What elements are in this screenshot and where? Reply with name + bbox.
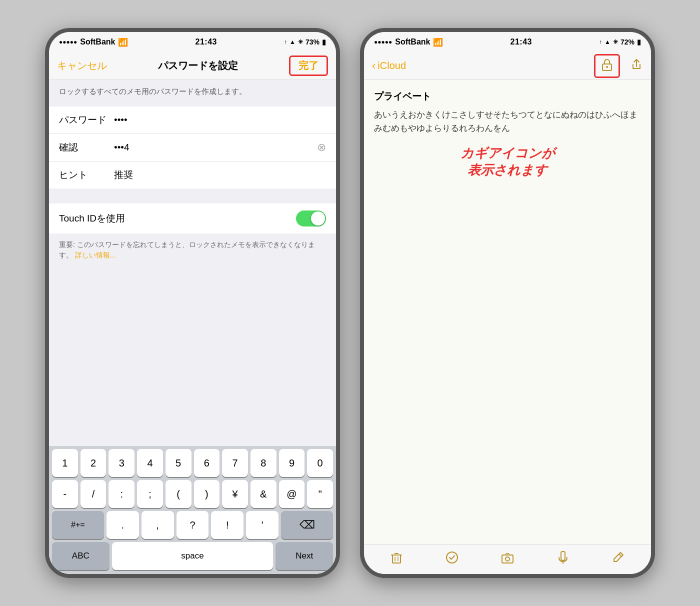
svg-point-1 <box>606 66 608 68</box>
back-button[interactable]: ‹ iCloud <box>372 60 406 72</box>
key-yen[interactable]: ¥ <box>222 480 248 508</box>
key-comma[interactable]: , <box>142 511 174 539</box>
password-value[interactable]: •••• <box>114 114 326 126</box>
key-at[interactable]: @ <box>279 480 305 508</box>
bluetooth-icon-left: ✳ <box>298 38 303 46</box>
password-label: パスワード <box>59 114 114 126</box>
key-4[interactable]: 4 <box>137 449 163 477</box>
confirm-row: 確認 •••4 ⊗ <box>49 134 336 162</box>
key-question[interactable]: ? <box>176 511 209 539</box>
key-5[interactable]: 5 <box>166 449 192 477</box>
svg-rect-4 <box>392 555 400 563</box>
key-lparen[interactable]: ( <box>166 480 192 508</box>
cancel-button[interactable]: キャンセル <box>57 59 107 72</box>
key-hashplus[interactable]: #+= <box>52 511 104 539</box>
key-amp[interactable]: & <box>250 480 276 508</box>
section-gap-1 <box>49 188 336 204</box>
key-2[interactable]: 2 <box>80 449 106 477</box>
page-title-left: パスワードを設定 <box>158 59 238 72</box>
hint-row: ヒント 推奨 <box>49 162 336 188</box>
touch-id-section: Touch IDを使用 <box>49 204 336 234</box>
note-title: プライベート <box>374 90 641 103</box>
key-space[interactable]: space <box>112 542 274 570</box>
mic-button[interactable] <box>556 550 570 568</box>
key-3[interactable]: 3 <box>108 449 134 477</box>
hint-value[interactable]: 推奨 <box>114 168 326 182</box>
svg-rect-10 <box>502 555 513 563</box>
compose-button[interactable] <box>612 550 626 568</box>
status-bar-left: ●●●●● SoftBank 📶 21:43 ↑ ▲ ✳ 73% ▮ <box>49 32 336 52</box>
carrier-left: SoftBank <box>80 38 115 46</box>
key-period[interactable]: . <box>106 511 139 539</box>
key-1[interactable]: 1 <box>52 449 78 477</box>
camera-button[interactable] <box>500 550 514 568</box>
annotation-area: カギアイコンが 表示されます <box>374 145 641 179</box>
battery-bar-left: ▮ <box>322 38 326 46</box>
wifi-icon-left: 📶 <box>118 38 128 47</box>
mic-icon <box>556 550 570 564</box>
touch-id-label: Touch IDを使用 <box>59 212 296 225</box>
lock-icon <box>600 58 614 72</box>
key-exclaim[interactable]: ! <box>211 511 244 539</box>
back-label: iCloud <box>378 60 406 72</box>
check-icon <box>445 550 459 564</box>
battery-right: 72% <box>620 38 634 46</box>
location-icon-left: ▲ <box>290 38 296 46</box>
key-abc[interactable]: ABC <box>52 542 110 570</box>
compose-icon <box>612 550 626 564</box>
key-next[interactable]: Next <box>276 542 333 570</box>
content-left: ロックするすべてのメモ用のパスワードを作成します。 パスワード •••• 確認 … <box>49 80 336 574</box>
warning-text: 重要: このパスワードを忘れてしまうと、ロックされたメモを表示できなくなります。… <box>49 234 336 266</box>
key-7[interactable]: 7 <box>222 449 248 477</box>
backspace-key[interactable]: ⌫ <box>281 511 333 539</box>
key-rparen[interactable]: ) <box>194 480 220 508</box>
form-section: パスワード •••• 確認 •••4 ⊗ ヒント 推奨 <box>49 106 336 188</box>
camera-icon <box>500 550 514 564</box>
battery-bar-right: ▮ <box>637 38 641 46</box>
touch-id-toggle[interactable] <box>296 210 326 226</box>
key-minus[interactable]: - <box>52 480 78 508</box>
hint-label: ヒント <box>59 168 114 182</box>
key-9[interactable]: 9 <box>279 449 305 477</box>
key-apostrophe[interactable]: ' <box>246 511 278 539</box>
key-slash[interactable]: / <box>80 480 106 508</box>
key-colon[interactable]: : <box>108 480 134 508</box>
trash-icon <box>390 550 404 564</box>
share-button[interactable] <box>630 58 643 74</box>
time-left: 21:43 <box>196 38 217 46</box>
key-6[interactable]: 6 <box>194 449 220 477</box>
note-body: あいうえおかきくけこさしすせそたちつてとなにぬねのはひふへほまみむめもやゆよらり… <box>374 108 641 135</box>
key-0[interactable]: 0 <box>307 449 333 477</box>
status-bar-right: ●●●●● SoftBank 📶 21:43 ↑ ▲ ✳ 72% ▮ <box>364 32 651 52</box>
signal-dots-left: ●●●●● <box>59 38 77 46</box>
warning-link[interactable]: 詳しい情報... <box>75 251 116 259</box>
clear-button[interactable]: ⊗ <box>317 141 326 154</box>
key-8[interactable]: 8 <box>250 449 276 477</box>
annotation-text: カギアイコンが 表示されます <box>374 145 641 179</box>
keyboard-row-3: #+= . , ? ! ' ⌫ <box>49 508 336 539</box>
keyboard-bottom-row: ABC space Next <box>49 539 336 574</box>
spacer <box>49 266 336 446</box>
toggle-knob <box>311 212 325 226</box>
svg-point-11 <box>506 557 510 561</box>
nav-bar-left: キャンセル パスワードを設定 完了 <box>49 52 336 80</box>
key-semicolon[interactable]: ; <box>137 480 163 508</box>
backspace-icon: ⌫ <box>300 518 315 532</box>
check-button[interactable] <box>445 550 459 568</box>
trash-button[interactable] <box>390 550 404 568</box>
key-quote[interactable]: " <box>307 480 333 508</box>
svg-point-9 <box>446 552 458 563</box>
keyboard-row-1: 1 2 3 4 5 6 7 8 9 0 <box>49 446 336 477</box>
signal-dots-right: ●●●●● <box>374 38 392 46</box>
bluetooth-icon-right: ✳ <box>613 38 618 46</box>
done-button[interactable]: 完了 <box>289 56 328 76</box>
lock-button[interactable] <box>594 54 620 78</box>
password-row: パスワード •••• <box>49 106 336 134</box>
wifi-icon-right: 📶 <box>433 38 443 47</box>
confirm-value[interactable]: •••4 <box>114 142 317 153</box>
svg-line-13 <box>619 554 622 556</box>
share-icon <box>630 58 643 72</box>
touch-id-row: Touch IDを使用 <box>49 204 336 234</box>
description-text: ロックするすべてのメモ用のパスワードを作成します。 <box>49 80 336 102</box>
back-chevron-icon: ‹ <box>372 60 376 72</box>
